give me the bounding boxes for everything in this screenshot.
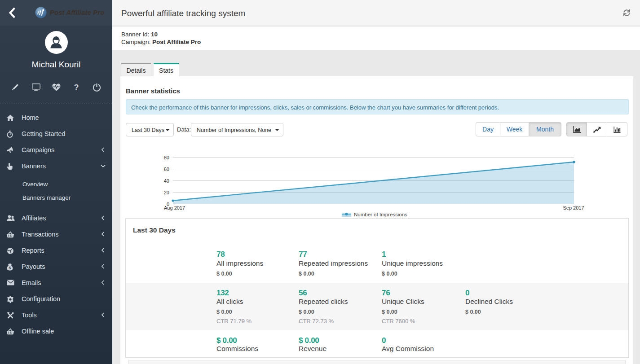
svg-text:60: 60 xyxy=(164,167,169,172)
svg-text:$: $ xyxy=(9,266,11,270)
svg-text:?: ? xyxy=(74,83,79,92)
svg-text:40: 40 xyxy=(164,178,169,184)
svg-text:80: 80 xyxy=(164,155,169,160)
svg-text:Aug 2017: Aug 2017 xyxy=(164,205,185,211)
svg-text:Sep 2017: Sep 2017 xyxy=(563,205,584,211)
svg-text:20: 20 xyxy=(164,190,169,195)
svg-text:Number of Impressions: Number of Impressions xyxy=(354,212,407,217)
